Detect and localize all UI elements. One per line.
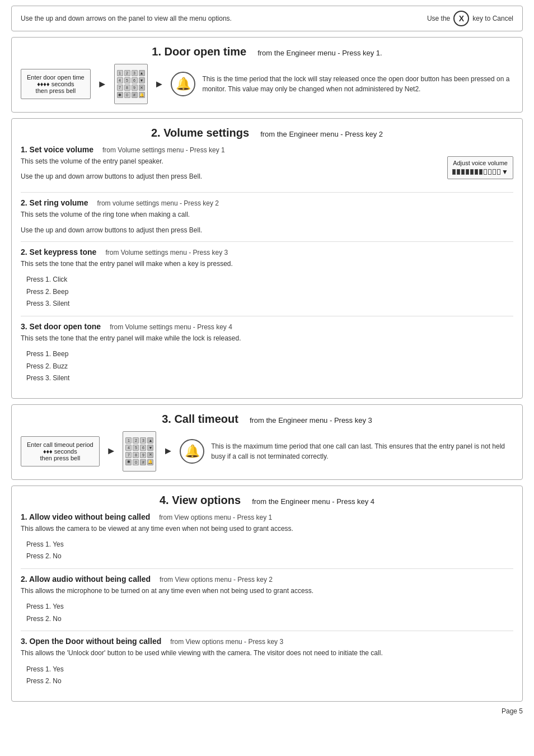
volume-widget-label: Adjust voice volume (452, 160, 508, 166)
key-0: 0 (124, 92, 130, 98)
key2-0: 0 (133, 459, 139, 465)
sub4-2-press-2: Press 2. No (26, 613, 513, 626)
key-7: 7 (117, 85, 123, 91)
section1-panel-box: Enter door open time ♦♦♦♦ seconds then p… (21, 69, 91, 99)
sub3-press-2: Press 2. Beep (26, 286, 513, 298)
sub1-desc2: Use the up and down arrow buttons to adj… (21, 171, 436, 182)
sub4-1-desc1: This allows the camera to be viewed at a… (21, 524, 513, 534)
sub3-desc1: This sets the tone that the entry panel … (21, 259, 513, 269)
section3-call-timeout: 3. Call timeout from the Engineer menu -… (11, 404, 523, 480)
keypad-image-2: 1 2 3 ▲ 4 5 6 ▼ 7 8 9 ✕ ✱ 0 # 🔔 (123, 431, 156, 472)
vol-seg-7 (479, 169, 483, 175)
arrow-right-3: ► (106, 445, 116, 457)
sub4-3-press-2: Press 2. No (26, 675, 513, 688)
key2-3: 3 (140, 437, 146, 444)
sub2-title: 2. Set ring volume (21, 198, 88, 207)
section2-title-row: 2. Volume settings from the Engineer men… (21, 127, 513, 139)
section4-title: 4. View options (160, 494, 241, 507)
key-5: 5 (124, 77, 130, 83)
key-star: ✱ (117, 92, 123, 98)
sub4-3-open-door: 3. Open the Door without being called fr… (21, 637, 513, 687)
bell-circle-icon-2: 🔔 (180, 439, 204, 464)
sub4-press-2: Press 2. Buzz (26, 361, 513, 373)
sub4-1-press-2: Press 2. No (26, 550, 513, 563)
sub1-title-row: 1. Set voice volume from Volume settings… (21, 145, 513, 154)
top-bar-right-prefix: Use the (427, 15, 450, 22)
key2-2: 2 (133, 437, 139, 444)
sub4-3-title-row: 3. Open the Door without being called fr… (21, 637, 513, 646)
sub4-door-open-tone: 3. Set door open tone from Volume settin… (21, 322, 513, 385)
key2-5: 5 (133, 445, 139, 451)
sub3-title: 2. Set keypress tone (21, 248, 96, 256)
key2-4: 4 (125, 445, 132, 451)
sub4-3-subtitle: from View options menu - Press key 3 (170, 638, 283, 646)
sub4-1-subtitle: from View options menu - Press key 1 (159, 514, 272, 521)
sub4-3-title: 3. Open the Door without being called (21, 637, 161, 646)
vol-seg-3 (461, 169, 465, 175)
key-9: 9 (132, 85, 138, 91)
sub4-title-row: 3. Set door open tone from Volume settin… (21, 322, 513, 331)
sub4-1-press-list: Press 1. Yes Press 2. No (26, 539, 513, 563)
key2-hash: # (140, 459, 146, 465)
sub4-desc1: This sets the tone that the entry panel … (21, 333, 513, 344)
section1-door-open-time: 1. Door open time from the Engineer menu… (11, 37, 523, 113)
vol-seg-9 (488, 169, 491, 175)
section1-description: This is the time period that the lock wi… (202, 74, 513, 94)
sub4-press-list: Press 1. Beep Press 2. Buzz Press 3. Sil… (26, 348, 513, 385)
key-bell: 🔔 (139, 92, 145, 98)
vol-seg-11 (497, 169, 500, 175)
key-8: 8 (124, 85, 130, 91)
volume-bar-widget: Adjust voice volume ▼ (447, 156, 513, 179)
section4-title-row: 4. View options from the Engineer menu -… (21, 494, 513, 507)
section2-subtitle: from the Engineer menu - Press key 2 (260, 130, 383, 138)
sub4-2-title-row: 2. Allow audio without being called from… (21, 575, 513, 584)
key-x: ✕ (139, 85, 145, 91)
sub2-title-row: 2. Set ring volume from volume settings … (21, 198, 513, 207)
sub4-1-title: 1. Allow video without being called (21, 512, 150, 521)
section3-subtitle: from the Engineer menu - Press key 3 (250, 416, 372, 424)
section1-title: 1. Door open time (152, 45, 246, 58)
section1-content: Enter door open time ♦♦♦♦ seconds then p… (21, 64, 513, 104)
key2-bell: 🔔 (147, 459, 153, 465)
sub4-press-3: Press 3. Silent (26, 372, 513, 385)
sub4-2-desc1: This allows the microphone to be turned … (21, 586, 513, 596)
key2-1: 1 (125, 437, 132, 444)
sub4-2-press-1: Press 1. Yes (26, 601, 513, 613)
sub1-desc1: This sets the volume of the entry panel … (21, 156, 436, 167)
vol-seg-10 (493, 169, 496, 175)
panel-line3: then press bell (27, 87, 85, 94)
section4-view-options: 4. View options from the Engineer menu -… (11, 486, 523, 702)
key-4: 4 (117, 77, 123, 83)
page-number: Page 5 (11, 707, 523, 715)
sub4-3-press-list: Press 1. Yes Press 2. No (26, 664, 513, 688)
sub3-title-row: 2. Set keypress tone from Volume setting… (21, 248, 513, 256)
sub3-press-1: Press 1. Click (26, 274, 513, 286)
sub4-2-press-list: Press 1. Yes Press 2. No (26, 601, 513, 625)
key-2: 2 (124, 70, 130, 76)
volume-bar-row: ▼ (452, 168, 508, 176)
key-hash: # (132, 92, 138, 98)
sub4-2-allow-audio: 2. Allow audio without being called from… (21, 575, 513, 625)
top-bar-right-suffix: key to Cancel (472, 15, 513, 22)
sub4-2-subtitle: from View options menu - Press key 2 (160, 576, 273, 584)
key2-8: 8 (133, 452, 139, 458)
divider2 (21, 241, 513, 242)
panel-line2: ♦♦♦♦ seconds (27, 81, 85, 87)
key2-6: 6 (140, 445, 146, 451)
sub3-press-list: Press 1. Click Press 2. Beep Press 3. Si… (26, 274, 513, 310)
sub4-3-desc1: This allows the 'Unlock door' button to … (21, 648, 513, 659)
key2-down: ▼ (147, 445, 153, 451)
section1-subtitle: from the Engineer menu - Press key 1. (257, 49, 382, 57)
key-up: ▲ (139, 70, 145, 76)
arrow-right-1: ► (97, 78, 107, 90)
vol-seg-4 (466, 169, 469, 175)
sub4-1-press-1: Press 1. Yes (26, 539, 513, 551)
keypad-image-1: 1 2 3 ▲ 4 5 6 ▼ 7 8 9 ✕ ✱ 0 # 🔔 (114, 64, 148, 104)
sub1-title: 1. Set voice volume (21, 145, 93, 154)
vol-seg-1 (452, 169, 456, 175)
divider1 (21, 192, 513, 193)
key-6: 6 (132, 77, 138, 83)
vol-seg-6 (475, 169, 478, 175)
bell-circle-icon-1: 🔔 (171, 72, 195, 96)
divider4 (21, 568, 513, 569)
